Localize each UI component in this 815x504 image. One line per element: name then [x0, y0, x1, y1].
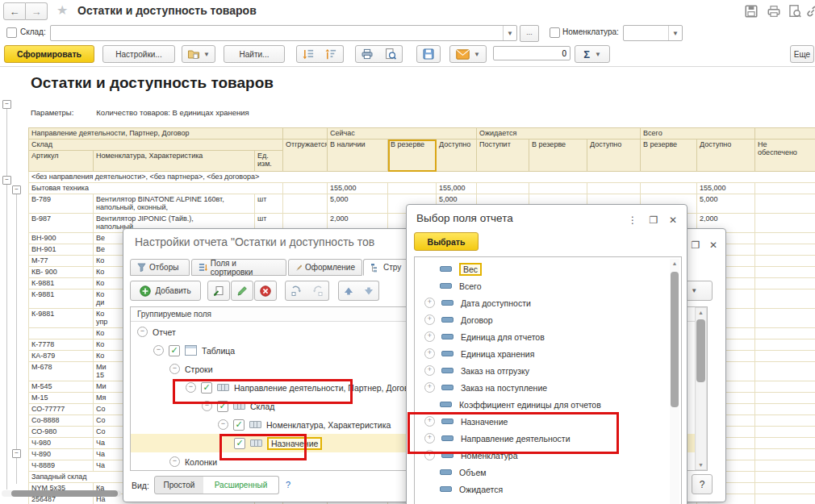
collapse-groups-button[interactable]	[320, 45, 344, 63]
print-button[interactable]	[355, 45, 379, 63]
select-button[interactable]: Выбрать	[414, 232, 479, 251]
header-reserved-tot[interactable]: В резерве	[641, 140, 697, 172]
value-cell[interactable]	[755, 233, 815, 244]
header-empty[interactable]	[283, 128, 328, 140]
checkbox-checked[interactable]: ✓	[234, 438, 245, 449]
header-total[interactable]: Всего	[641, 128, 755, 140]
value-cell[interactable]: 155,000	[697, 183, 755, 194]
value-cell[interactable]	[529, 183, 587, 194]
value-cell[interactable]	[755, 351, 815, 362]
expand-icon[interactable]: +	[424, 365, 435, 376]
sklad-input[interactable]: ▼	[50, 25, 517, 41]
field-item-единица-хранения[interactable]: +Единица хранения	[415, 345, 668, 362]
expand-icon[interactable]: +	[424, 382, 435, 393]
artikul-cell[interactable]: СО-77777	[29, 404, 94, 415]
value-cell[interactable]: 155,000	[437, 183, 477, 194]
maximize-icon[interactable]: ❐	[646, 214, 661, 227]
group-collapse-toggle[interactable]: −	[2, 176, 11, 185]
field-item-дата-доступности[interactable]: +Дата доступности	[415, 294, 668, 311]
artikul-cell[interactable]: СО-980	[29, 427, 94, 438]
artikul-cell[interactable]: Ч-890	[29, 449, 94, 460]
sum-button[interactable]: Σ ▼	[575, 45, 610, 63]
value-cell[interactable]	[755, 393, 815, 404]
header-artikul[interactable]: Артикул	[29, 151, 94, 172]
field-item-всего[interactable]: Всего	[415, 277, 668, 294]
checkbox-checked[interactable]: ✓	[201, 382, 212, 394]
value-cell[interactable]	[755, 278, 815, 289]
collapse-icon[interactable]: −	[153, 345, 164, 356]
header-unit[interactable]: Ед.изм.	[255, 151, 283, 172]
kebab-menu-icon[interactable]: ⋮	[625, 214, 640, 227]
favorite-star-icon[interactable]: ★	[56, 2, 68, 18]
value-cell[interactable]	[755, 404, 815, 415]
link-icon[interactable]	[805, 4, 815, 19]
value-cell[interactable]	[388, 183, 437, 194]
find-button[interactable]: Найти...	[224, 45, 285, 63]
header-in-stock[interactable]: В наличии	[328, 140, 388, 172]
value-cell[interactable]	[283, 194, 328, 214]
value-cell[interactable]	[755, 381, 815, 393]
artikul-cell[interactable]: КА-879	[29, 351, 94, 362]
value-cell[interactable]	[283, 183, 328, 194]
tree-scrollbar[interactable]: ▲ ▼	[695, 307, 707, 470]
value-cell[interactable]	[755, 267, 815, 278]
tab-otbory[interactable]: Отборы	[130, 259, 190, 276]
group-collapse-toggle[interactable]: −	[12, 449, 21, 458]
sklad-checkbox[interactable]	[6, 27, 17, 38]
artikul-cell[interactable]: М-678	[29, 362, 94, 381]
header-reserved-exp[interactable]: В резерве	[529, 140, 587, 172]
header-incoming[interactable]: Поступит	[477, 140, 529, 172]
group-collapse-toggle[interactable]: −	[12, 185, 21, 194]
view-advanced-button[interactable]: Расширенный	[203, 476, 279, 494]
chevron-down-icon[interactable]: ▼	[503, 26, 516, 40]
field-item-заказ-на-отгрузку[interactable]: +Заказ на отгрузку	[415, 362, 668, 379]
value-cell[interactable]	[755, 256, 815, 267]
settings-button[interactable]: Настройки...	[102, 45, 175, 63]
expand-icon[interactable]: +	[424, 314, 435, 325]
move-into-group-button[interactable]	[285, 281, 307, 301]
move-out-of-group-button[interactable]	[307, 281, 329, 301]
collapse-icon[interactable]: −	[137, 327, 148, 337]
artikul-cell[interactable]: Ч-8889	[29, 460, 94, 472]
collapse-icon[interactable]: −	[218, 419, 228, 430]
expand-icon[interactable]: +	[424, 331, 435, 342]
expand-groups-button[interactable]	[296, 45, 320, 63]
value-cell[interactable]	[755, 309, 815, 328]
value-cell[interactable]	[755, 183, 815, 194]
field-item-ожидается[interactable]: Ожидается	[415, 481, 668, 498]
collapse-icon[interactable]: −	[202, 401, 212, 411]
horizontal-scrollbar[interactable]	[2, 490, 121, 497]
tab-polya-i-sortirovki[interactable]: Поля и сортировки	[191, 259, 286, 276]
header-available-tot[interactable]: Доступно	[697, 140, 755, 172]
expand-icon[interactable]: +	[424, 348, 435, 359]
expand-icon[interactable]: +	[424, 450, 435, 460]
artikul-cell[interactable]: М-545	[29, 381, 94, 393]
more-button[interactable]: Еще	[790, 45, 814, 63]
artikul-cell[interactable]: Со-8888	[29, 415, 94, 427]
field-item-единица-для-отчетов[interactable]: +Единица для отчетов	[415, 328, 668, 345]
header-group-left[interactable]: Направление деятельности, Партнер, Догов…	[29, 128, 283, 140]
inline-help-icon[interactable]: ?	[286, 480, 290, 489]
back-button[interactable]: ←	[3, 2, 26, 20]
preview-icon[interactable]	[788, 4, 802, 19]
value-cell[interactable]	[755, 483, 815, 494]
artikul-cell[interactable]: ВН-900	[29, 233, 94, 244]
send-email-button[interactable]: ▼	[449, 45, 487, 63]
add-group-button[interactable]	[207, 281, 230, 301]
value-cell[interactable]	[755, 472, 815, 483]
header-empty[interactable]	[755, 128, 815, 140]
value-cell[interactable]	[587, 183, 641, 194]
value-cell[interactable]: 5,000	[697, 194, 755, 214]
value-cell[interactable]	[755, 438, 815, 449]
field-item-номенклатура[interactable]: +Номенклатура	[415, 447, 668, 464]
save-result-button[interactable]	[416, 45, 441, 63]
header-now[interactable]: Сейчас	[328, 128, 477, 140]
close-icon[interactable]: ✕	[666, 214, 680, 227]
nomenklatura-checkbox[interactable]	[550, 27, 560, 38]
scrollbar-thumb[interactable]	[11, 490, 118, 497]
forward-button[interactable]: →	[26, 2, 48, 20]
value-cell[interactable]	[755, 244, 815, 256]
checkbox-checked[interactable]: ✓	[217, 401, 228, 412]
value-cell[interactable]	[641, 183, 697, 194]
report-variants-button[interactable]: ▼	[182, 45, 215, 63]
